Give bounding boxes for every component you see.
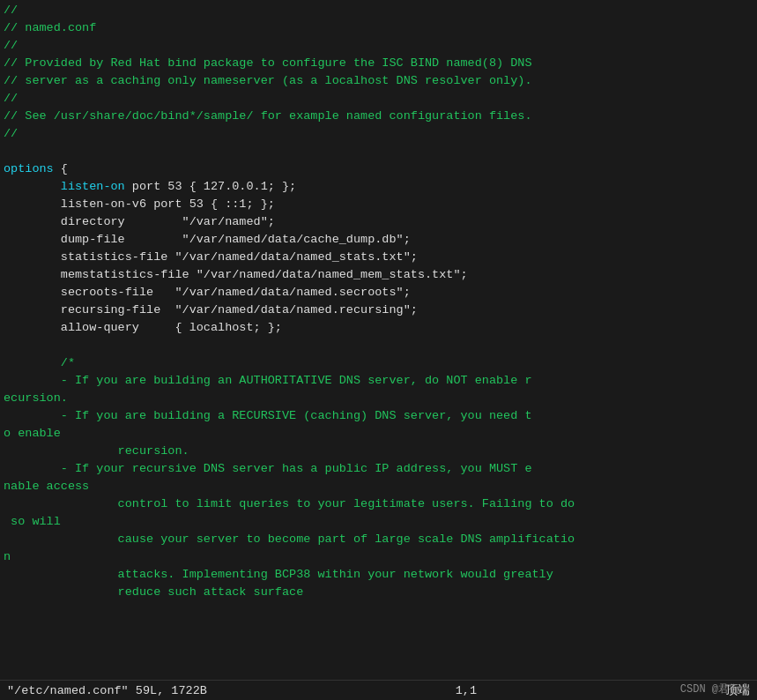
line-16: memstatistics-file "/var/named/data/name… (0, 266, 757, 284)
line-21: /* (0, 354, 757, 372)
line-13: directory "/var/named"; (0, 213, 757, 231)
line-1: // (0, 2, 757, 19)
line-26: recursion. (0, 443, 757, 460)
line-6: // (0, 90, 757, 108)
line-20 (0, 337, 757, 354)
line-29: control to limit queries to your legitim… (0, 495, 757, 513)
line-12: listen-on-v6 port 53 { ::1; }; (0, 196, 757, 213)
line-25: o enable (0, 425, 757, 443)
line-18: recursing-file "/var/named/data/named.re… (0, 302, 757, 319)
line-15: statistics-file "/var/named/data/named_s… (0, 249, 757, 266)
watermark: CSDN @君衍丨 (680, 681, 750, 696)
statusbar: "/etc/named.conf" 59L, 1722B 1,1 顶端 (0, 680, 757, 700)
line-4: // Provided by Red Hat bind package to c… (0, 55, 757, 72)
line-30: so will (0, 513, 757, 531)
line-7: // See /usr/share/doc/bind*/sample/ for … (0, 108, 757, 125)
line-19: allow-query { localhost; }; (0, 319, 757, 337)
line-32: n (0, 548, 757, 566)
editor: // // named.conf // // Provided by Red H… (0, 0, 757, 700)
line-8: // (0, 125, 757, 143)
code-area: // // named.conf // // Provided by Red H… (0, 2, 757, 601)
line-23: ecursion. (0, 390, 757, 407)
line-5: // server as a caching only nameserver (… (0, 72, 757, 90)
line-34: reduce such attack surface (0, 584, 757, 601)
line-31: cause your server to become part of larg… (0, 531, 757, 548)
line-9 (0, 143, 757, 160)
line-11: listen-on port 53 { 127.0.0.1; }; (0, 178, 757, 196)
line-22: - If you are building an AUTHORITATIVE D… (0, 372, 757, 390)
line-24: - If you are building a RECURSIVE (cachi… (0, 407, 757, 425)
line-14: dump-file "/var/named/data/cache_dump.db… (0, 231, 757, 249)
line-27: - If your recursive DNS server has a pub… (0, 460, 757, 478)
line-33: attacks. Implementing BCP38 within your … (0, 566, 757, 584)
statusbar-filename: "/etc/named.conf" 59L, 1722B (7, 684, 207, 697)
line-2: // named.conf (0, 19, 757, 37)
line-17: secroots-file "/var/named/data/named.sec… (0, 284, 757, 302)
line-28: nable access (0, 478, 757, 495)
line-10: options { (0, 160, 757, 178)
statusbar-position: 1,1 (456, 684, 477, 697)
line-3: // (0, 37, 757, 55)
